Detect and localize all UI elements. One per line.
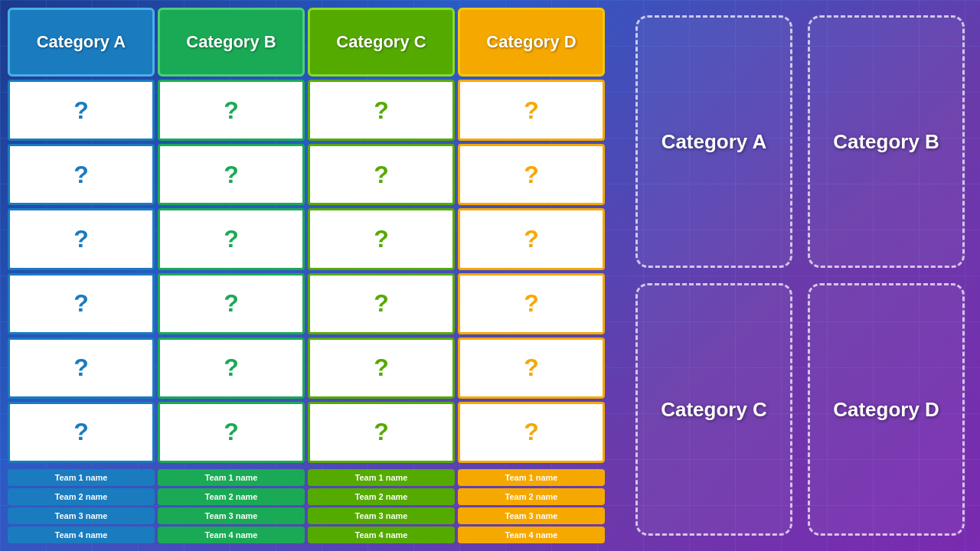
team-a-1[interactable]: Team 1 name (8, 469, 155, 486)
question-cell-b-3[interactable]: ? (158, 208, 305, 269)
team-b-3[interactable]: Team 3 name (158, 507, 305, 524)
category-c-header: Category C (308, 8, 455, 77)
question-cell-b-1[interactable]: ? (158, 80, 305, 141)
team-d-2[interactable]: Team 2 name (458, 488, 605, 505)
question-cell-d-5[interactable]: ? (458, 337, 605, 399)
score-box-b-label: Category B (833, 130, 939, 154)
category-d-header: Category D (458, 8, 605, 77)
team-a-3[interactable]: Team 3 name (8, 507, 155, 524)
question-cell-c-5[interactable]: ? (308, 337, 455, 399)
question-cell-d-4[interactable]: ? (458, 273, 605, 334)
question-row-5: ???? (8, 337, 605, 399)
question-cell-c-2[interactable]: ? (308, 144, 455, 205)
question-cell-a-5[interactable]: ? (8, 337, 155, 399)
question-cell-c-6[interactable]: ? (308, 402, 455, 463)
team-b-1[interactable]: Team 1 name (158, 469, 305, 486)
question-cell-d-1[interactable]: ? (458, 80, 605, 141)
question-cell-d-3[interactable]: ? (458, 208, 605, 269)
score-box-d: Category D (808, 283, 965, 536)
teams-section: Team 1 nameTeam 2 nameTeam 3 nameTeam 4 … (8, 469, 605, 543)
category-b-header: Category B (158, 8, 305, 77)
team-column-b: Team 1 nameTeam 2 nameTeam 3 nameTeam 4 … (158, 469, 305, 543)
question-row-1: ???? (8, 80, 605, 141)
team-b-4[interactable]: Team 4 name (158, 527, 305, 543)
question-cell-a-1[interactable]: ? (8, 80, 155, 141)
team-c-3[interactable]: Team 3 name (308, 507, 455, 524)
question-cell-b-6[interactable]: ? (158, 402, 305, 463)
question-cell-b-4[interactable]: ? (158, 273, 305, 334)
team-column-c: Team 1 nameTeam 2 nameTeam 3 nameTeam 4 … (308, 469, 455, 543)
question-cell-d-6[interactable]: ? (458, 402, 605, 463)
score-box-c-label: Category C (661, 398, 767, 422)
question-cell-c-4[interactable]: ? (308, 273, 455, 334)
team-c-4[interactable]: Team 4 name (308, 527, 455, 543)
question-cell-c-3[interactable]: ? (308, 208, 455, 269)
score-box-d-label: Category D (833, 398, 939, 422)
score-box-c: Category C (635, 283, 792, 536)
header-row: Category A Category B Category C Categor… (8, 8, 605, 77)
question-cell-a-3[interactable]: ? (8, 208, 155, 269)
question-row-4: ???? (8, 273, 605, 334)
question-cell-a-2[interactable]: ? (8, 144, 155, 205)
question-rows: ???????????????????????? (8, 80, 605, 463)
question-cell-b-2[interactable]: ? (158, 144, 305, 205)
right-panel: Category A Category B Category C Categor… (620, 0, 980, 551)
question-cell-a-6[interactable]: ? (8, 402, 155, 463)
team-column-d: Team 1 nameTeam 2 nameTeam 3 nameTeam 4 … (458, 469, 605, 543)
score-box-b: Category B (808, 15, 965, 268)
category-a-header: Category A (8, 8, 155, 77)
team-c-1[interactable]: Team 1 name (308, 469, 455, 486)
question-cell-a-4[interactable]: ? (8, 273, 155, 334)
score-box-a: Category A (635, 15, 792, 268)
question-row-6: ???? (8, 402, 605, 463)
team-c-2[interactable]: Team 2 name (308, 488, 455, 505)
left-panel: Category A Category B Category C Categor… (0, 0, 612, 551)
team-d-1[interactable]: Team 1 name (458, 469, 605, 486)
question-row-3: ???? (8, 208, 605, 269)
team-a-4[interactable]: Team 4 name (8, 527, 155, 543)
question-row-2: ???? (8, 144, 605, 205)
score-box-a-label: Category A (662, 130, 767, 154)
question-cell-c-1[interactable]: ? (308, 80, 455, 141)
question-cell-b-5[interactable]: ? (158, 337, 305, 399)
team-column-a: Team 1 nameTeam 2 nameTeam 3 nameTeam 4 … (8, 469, 155, 543)
team-d-4[interactable]: Team 4 name (458, 527, 605, 543)
team-a-2[interactable]: Team 2 name (8, 488, 155, 505)
team-d-3[interactable]: Team 3 name (458, 507, 605, 524)
question-cell-d-2[interactable]: ? (458, 144, 605, 205)
team-b-2[interactable]: Team 2 name (158, 488, 305, 505)
